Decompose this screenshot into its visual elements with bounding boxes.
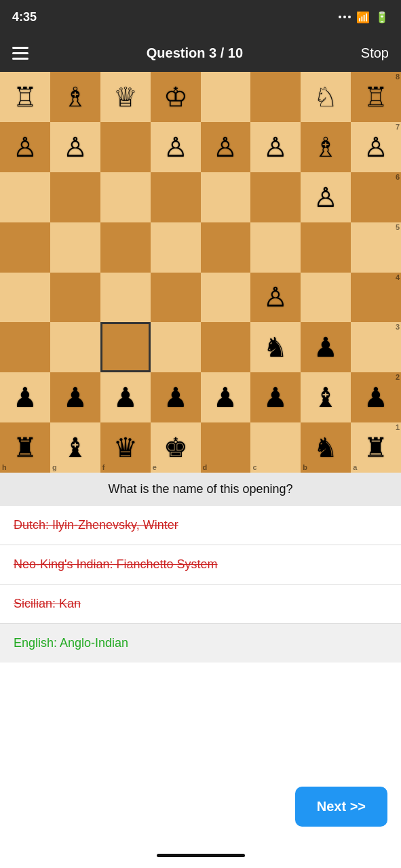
- status-bar: 4:35 📶 🔋: [0, 0, 401, 34]
- piece-e8: ♔: [164, 83, 188, 111]
- cell-f7[interactable]: [100, 122, 151, 172]
- answer-option-4[interactable]: English: Anglo-Indian: [0, 624, 401, 663]
- rank-label-2: 2: [396, 374, 400, 381]
- menu-button[interactable]: [12, 47, 28, 60]
- cell-g5[interactable]: [50, 222, 100, 273]
- cell-a8[interactable]: 8♖: [351, 72, 401, 122]
- cell-e8[interactable]: ♔: [151, 72, 201, 122]
- cell-b7[interactable]: ♗: [301, 122, 351, 172]
- cell-d8[interactable]: [201, 72, 251, 122]
- cell-f5[interactable]: [100, 222, 151, 273]
- cell-d2[interactable]: ♟: [201, 372, 251, 422]
- cell-b1[interactable]: b♞: [301, 422, 351, 473]
- file-label-e: e: [153, 464, 157, 471]
- cell-f4[interactable]: [100, 273, 151, 323]
- cell-e5[interactable]: [151, 222, 201, 273]
- piece-g7: ♙: [63, 134, 88, 161]
- home-indicator: [157, 854, 245, 857]
- answer-option-1[interactable]: Dutch: Ilyin-Zhenevsky, Winter: [0, 506, 401, 545]
- cell-e7[interactable]: ♙: [151, 122, 201, 172]
- cell-h1[interactable]: h♜: [0, 422, 50, 473]
- cell-b6[interactable]: ♙: [301, 172, 351, 222]
- answer-text-3: Sicilian: Kan: [14, 597, 81, 610]
- piece-c2: ♟: [263, 384, 288, 411]
- piece-b2: ♝: [313, 384, 338, 411]
- answer-option-3[interactable]: Sicilian: Kan: [0, 585, 401, 624]
- piece-b3: ♟: [313, 334, 338, 361]
- cell-g4[interactable]: [50, 273, 100, 323]
- cell-g1[interactable]: g♝: [50, 422, 100, 473]
- cell-g2[interactable]: ♟: [50, 372, 100, 422]
- cell-c4[interactable]: ♙: [250, 273, 301, 323]
- cell-g6[interactable]: [50, 172, 100, 222]
- cell-e3[interactable]: [151, 322, 201, 372]
- cell-f6[interactable]: [100, 172, 151, 222]
- cell-a1[interactable]: 1a♜: [351, 422, 401, 473]
- piece-d2: ♟: [213, 384, 237, 411]
- cell-b4[interactable]: [301, 273, 351, 323]
- cell-a4[interactable]: 4: [351, 273, 401, 323]
- cell-b5[interactable]: [301, 222, 351, 273]
- rank-label-6: 6: [396, 174, 400, 181]
- stop-button[interactable]: Stop: [361, 45, 389, 61]
- cell-h7[interactable]: ♙: [0, 122, 50, 172]
- cell-c7[interactable]: ♙: [250, 122, 301, 172]
- cell-h6[interactable]: [0, 172, 50, 222]
- piece-h2: ♟: [13, 384, 37, 411]
- cell-c6[interactable]: [250, 172, 301, 222]
- cell-f1[interactable]: f♛: [100, 422, 151, 473]
- status-icons: 📶 🔋: [339, 11, 389, 24]
- piece-b1: ♞: [313, 434, 338, 461]
- cell-c2[interactable]: ♟: [250, 372, 301, 422]
- cell-a5[interactable]: 5: [351, 222, 401, 273]
- cell-e2[interactable]: ♟: [151, 372, 201, 422]
- cell-d3[interactable]: [201, 322, 251, 372]
- cell-a7[interactable]: 7♙: [351, 122, 401, 172]
- cell-e4[interactable]: [151, 273, 201, 323]
- piece-c3: ♞: [263, 334, 288, 361]
- cell-e1[interactable]: e♚: [151, 422, 201, 473]
- piece-a7: ♙: [364, 134, 388, 161]
- cell-b2[interactable]: ♝: [301, 372, 351, 422]
- cell-g7[interactable]: ♙: [50, 122, 100, 172]
- cell-c3[interactable]: ♞: [250, 322, 301, 372]
- cell-g8[interactable]: ♗: [50, 72, 100, 122]
- piece-g8: ♗: [63, 83, 88, 111]
- cell-f8[interactable]: ♕: [100, 72, 151, 122]
- piece-e7: ♙: [164, 134, 188, 161]
- answer-text-1: Dutch: Ilyin-Zhenevsky, Winter: [14, 518, 178, 532]
- piece-h8: ♖: [13, 83, 37, 111]
- cell-h8[interactable]: ♖: [0, 72, 50, 122]
- signal-icon: [339, 16, 351, 18]
- cell-d6[interactable]: [201, 172, 251, 222]
- piece-g1: ♝: [63, 434, 88, 461]
- cell-b8[interactable]: ♘: [301, 72, 351, 122]
- piece-b6: ♙: [313, 184, 338, 211]
- nav-bar: Question 3 / 10 Stop: [0, 34, 401, 72]
- cell-d7[interactable]: ♙: [201, 122, 251, 172]
- cell-b3[interactable]: ♟: [301, 322, 351, 372]
- cell-d1[interactable]: d: [201, 422, 251, 473]
- cell-a6[interactable]: 6: [351, 172, 401, 222]
- cell-a3[interactable]: 3: [351, 322, 401, 372]
- cell-c5[interactable]: [250, 222, 301, 273]
- cell-f2[interactable]: ♟: [100, 372, 151, 422]
- cell-h4[interactable]: [0, 273, 50, 323]
- cell-f3[interactable]: [100, 322, 151, 372]
- cell-a2[interactable]: 2♟: [351, 372, 401, 422]
- cell-h3[interactable]: [0, 322, 50, 372]
- cell-h5[interactable]: [0, 222, 50, 273]
- answer-option-2[interactable]: Neo-King's Indian: Fianchetto System: [0, 545, 401, 585]
- cell-g3[interactable]: [50, 322, 100, 372]
- file-label-a: a: [353, 464, 357, 471]
- cell-c8[interactable]: [250, 72, 301, 122]
- cell-e6[interactable]: [151, 172, 201, 222]
- cell-d5[interactable]: [201, 222, 251, 273]
- cell-d4[interactable]: [201, 273, 251, 323]
- chess-board-container: ♖♗♕♔♘8♖♙♙♙♙♙♗7♙♙65♙4♞♟3♟♟♟♟♟♟♝2♟h♜g♝f♛e♚…: [0, 72, 401, 473]
- cell-c1[interactable]: c: [250, 422, 301, 473]
- piece-b8: ♘: [313, 83, 338, 111]
- next-button[interactable]: Next >>: [295, 787, 387, 827]
- cell-h2[interactable]: ♟: [0, 372, 50, 422]
- question-area: What is the name of this opening?: [0, 473, 401, 506]
